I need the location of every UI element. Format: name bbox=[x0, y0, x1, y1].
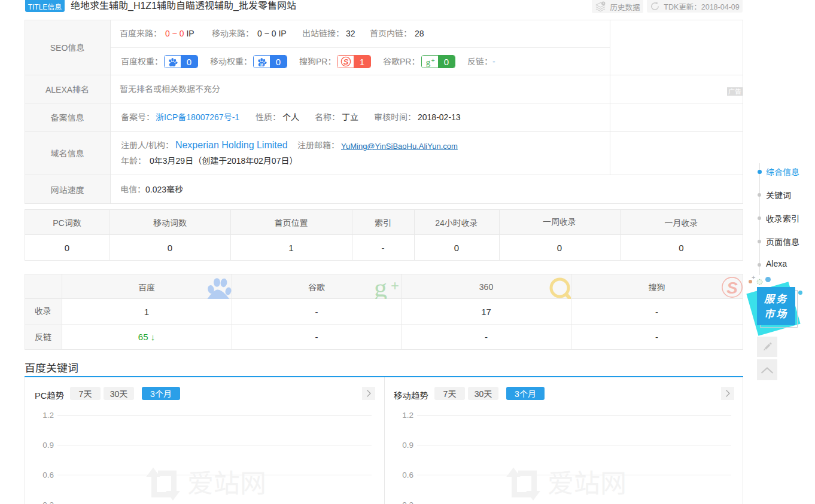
svg-text:S: S bbox=[343, 57, 348, 66]
svg-text:g: g bbox=[426, 57, 431, 66]
svg-text:+: + bbox=[431, 57, 435, 64]
svg-text:+: + bbox=[391, 277, 399, 294]
svg-text:M: M bbox=[260, 63, 263, 66]
svg-text:S: S bbox=[726, 279, 738, 297]
svg-text:g: g bbox=[374, 276, 387, 299]
